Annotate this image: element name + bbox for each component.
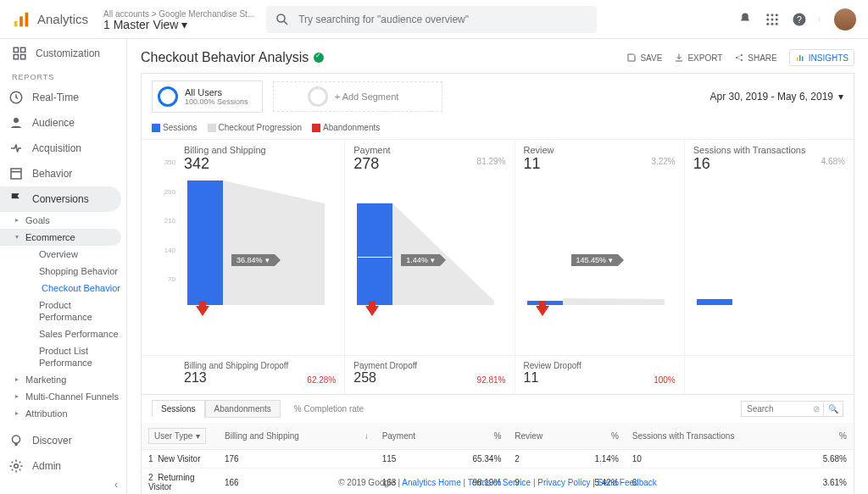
tag-badge[interactable]: 36.84% ▾	[231, 254, 275, 266]
table-row[interactable]: 1 New Visitor 176 11565.34% 21.14% 105.6…	[142, 450, 854, 469]
more-icon[interactable]	[819, 12, 822, 27]
drop-arrow-icon	[536, 306, 549, 316]
svg-point-12	[771, 22, 774, 25]
caret-icon: ▸	[15, 375, 19, 383]
nav-audience[interactable]: Audience	[0, 110, 126, 136]
user-type-selector[interactable]: User Type ▾	[148, 428, 206, 444]
nav-realtime[interactable]: Real-Time	[0, 85, 126, 110]
svg-rect-0	[14, 20, 18, 25]
svg-point-27	[13, 436, 20, 443]
funnel-bar[interactable]	[697, 299, 732, 305]
apps-icon[interactable]	[765, 12, 780, 27]
nav-checkout[interactable]: Checkout Behavior	[0, 280, 126, 297]
nav-overview[interactable]: Overview	[0, 246, 126, 263]
footer-tos-link[interactable]: Terms of Service	[468, 478, 531, 487]
footer-pp-link[interactable]: Privacy Policy	[537, 478, 590, 487]
dashboard-icon	[12, 46, 27, 61]
nav-attribution[interactable]: ▸Attribution	[0, 405, 126, 422]
svg-point-8	[766, 18, 769, 20]
nav-shopping[interactable]: Shopping Behavior	[0, 263, 126, 280]
nav-sales-perf[interactable]: Sales Performance	[0, 325, 126, 342]
save-button[interactable]: SAVE	[626, 53, 662, 63]
completion-rate-link[interactable]: % Completion rate	[294, 404, 364, 414]
svg-point-6	[771, 14, 774, 16]
drop-arrow-icon	[196, 306, 209, 316]
nav-admin[interactable]: Admin	[0, 453, 126, 479]
svg-point-30	[736, 57, 737, 58]
caret-down-icon: ▾	[838, 91, 843, 103]
nav-ecommerce[interactable]: ▾Ecommerce	[0, 229, 121, 246]
add-segment-button[interactable]: + Add Segment	[273, 81, 442, 112]
svg-rect-21	[14, 55, 18, 59]
acquisition-icon	[8, 141, 24, 156]
account-selector[interactable]: All accounts > Google Merchandise St... …	[103, 9, 254, 30]
tag-badge[interactable]: 1.44% ▾	[401, 254, 440, 266]
svg-point-29	[14, 464, 19, 469]
svg-rect-25	[11, 169, 21, 179]
nav-mcf[interactable]: ▸Multi-Channel Funnels	[0, 388, 126, 405]
clear-icon[interactable]: ⊘	[810, 404, 823, 414]
gear-icon	[8, 458, 24, 474]
footer-fb-link[interactable]: Send Feedback	[598, 478, 657, 487]
nav-marketing[interactable]: ▸Marketing	[0, 371, 126, 388]
svg-line-4	[284, 21, 287, 25]
footer-home-link[interactable]: Analytics Home	[402, 478, 460, 487]
table-search[interactable]: ⊘ 🔍	[741, 401, 843, 417]
svg-rect-22	[21, 55, 25, 59]
person-icon	[8, 115, 24, 130]
search-box[interactable]	[266, 6, 597, 33]
avatar[interactable]	[834, 8, 856, 31]
nav-goals[interactable]: ▸Goals	[0, 212, 126, 229]
help-icon[interactable]: ?	[792, 12, 807, 27]
svg-point-9	[771, 18, 774, 20]
save-icon	[626, 53, 637, 63]
plus-circle-icon	[308, 86, 328, 107]
export-button[interactable]: EXPORT	[674, 53, 722, 63]
caret-icon: ▾	[15, 233, 19, 241]
nav-pl-perf[interactable]: Product List Performance	[0, 342, 126, 371]
insights-button[interactable]: INSIGHTS	[789, 49, 854, 66]
svg-rect-33	[797, 58, 798, 61]
legend-box-icon	[312, 124, 320, 132]
product-name: Analytics	[37, 12, 88, 26]
search-go-icon[interactable]: 🔍	[823, 402, 843, 415]
nav-conversions[interactable]: Conversions	[0, 186, 121, 212]
table-search-input[interactable]	[742, 402, 810, 416]
bell-icon[interactable]	[737, 12, 753, 27]
svg-rect-28	[15, 443, 18, 446]
svg-point-24	[14, 118, 19, 123]
search-input[interactable]	[298, 14, 588, 25]
nav-acquisition[interactable]: Acquisition	[0, 136, 126, 161]
export-icon	[674, 53, 684, 63]
reports-label: REPORTS	[0, 68, 126, 85]
svg-rect-35	[802, 57, 804, 62]
segment-all-users[interactable]: All Users100.00% Sessions	[152, 80, 263, 113]
share-button[interactable]: SHARE	[734, 53, 776, 63]
svg-point-17	[819, 19, 820, 19]
collapse-sidebar[interactable]: ‹	[111, 475, 121, 494]
nav-customization[interactable]: Customization	[0, 39, 126, 68]
tab-abandonments[interactable]: Abandonments	[205, 400, 281, 418]
view-name: 1 Master View	[103, 19, 178, 30]
funnel-chart: 35028021014070 Billing and Shipping 342 …	[142, 140, 854, 355]
caret-icon: ▸	[15, 216, 19, 224]
date-range-selector[interactable]: Apr 30, 2019 - May 6, 2019▾	[710, 91, 843, 103]
funnel-bar[interactable]	[357, 203, 392, 305]
verified-icon	[314, 53, 324, 63]
page-title: Checkout Behavior Analysis	[141, 50, 309, 65]
nav-product-perf[interactable]: Product Performance	[0, 297, 126, 325]
legend-box-icon	[208, 124, 216, 132]
nav-discover[interactable]: Discover	[0, 428, 126, 453]
svg-point-5	[766, 14, 769, 16]
tab-sessions[interactable]: Sessions	[152, 400, 205, 418]
tag-badge[interactable]: 145.45% ▾	[571, 254, 619, 266]
nav-behavior[interactable]: Behavior	[0, 161, 126, 186]
caret-icon: ▸	[15, 409, 19, 417]
search-icon	[275, 12, 290, 27]
funnel-bar[interactable]	[187, 180, 223, 305]
bulb-icon	[8, 433, 24, 448]
svg-rect-34	[799, 55, 801, 61]
svg-point-32	[741, 59, 743, 61]
svg-point-3	[277, 14, 285, 22]
sort-icon[interactable]: ↓	[348, 423, 375, 450]
